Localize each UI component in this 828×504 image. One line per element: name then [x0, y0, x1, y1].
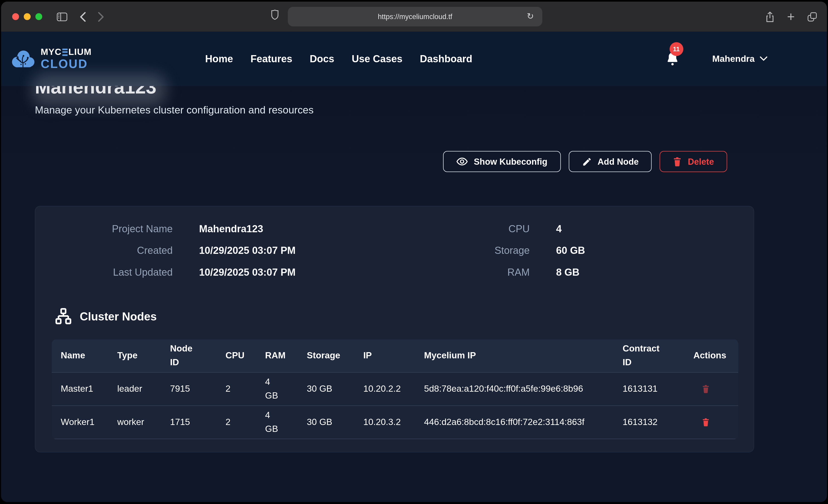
- show-kubeconfig-button[interactable]: Show Kubeconfig: [443, 151, 561, 172]
- cell-ram: 4 GB: [265, 375, 307, 403]
- brand[interactable]: MYCLIUM CLOUD: [10, 48, 92, 70]
- site-navbar: MYCLIUM CLOUD Home Features Docs Use Cas…: [1, 32, 827, 86]
- nav-item-features[interactable]: Features: [250, 53, 292, 65]
- cell-node-id: 1715: [170, 417, 225, 427]
- zoom-window-button[interactable]: [35, 13, 42, 20]
- screen: https://myceliumcloud.tf ↻ +: [0, 0, 828, 504]
- site-content: MYCLIUM CLOUD Home Features Docs Use Cas…: [1, 32, 827, 502]
- table-header-row: Name Type Node ID CPU RAM Storage IP Myc…: [52, 339, 738, 372]
- chrome-right-controls: +: [765, 2, 818, 32]
- cell-type: leader: [117, 384, 170, 394]
- delete-node-icon[interactable]: [693, 384, 710, 394]
- col-contract-id: Contract ID: [623, 342, 693, 370]
- col-ip: IP: [363, 350, 424, 361]
- cell-mycelium-ip: 5d8:78ea:a120:f40c:ff0f:a5fe:99e6:8b96: [424, 382, 623, 396]
- ram-label: RAM: [434, 266, 530, 278]
- nav-item-use-cases[interactable]: Use Cases: [351, 53, 402, 65]
- address-bar-url: https://myceliumcloud.tf: [378, 13, 452, 20]
- cluster-nodes-table: Name Type Node ID CPU RAM Storage IP Myc…: [52, 339, 738, 439]
- col-type: Type: [117, 350, 170, 361]
- notifications-bell-icon[interactable]: 11: [665, 51, 679, 67]
- back-icon[interactable]: [79, 11, 86, 22]
- reload-icon[interactable]: ↻: [524, 10, 537, 22]
- new-tab-icon[interactable]: +: [787, 10, 795, 23]
- last-updated-label: Last Updated: [51, 266, 173, 278]
- nav-item-dashboard[interactable]: Dashboard: [420, 53, 472, 65]
- mycelium-cloud-logo-icon: [10, 48, 35, 69]
- cell-name: Master1: [61, 384, 117, 394]
- eye-icon: [456, 157, 468, 166]
- col-ram: RAM: [265, 350, 307, 361]
- cell-contract-id: 1613131: [623, 384, 693, 394]
- sitemap-icon: [54, 308, 72, 326]
- storage-label: Storage: [434, 245, 530, 257]
- cell-mycelium-ip: 446:d2a6:8bcd:8c16:ff0f:72e2:3114:863f: [424, 416, 623, 429]
- col-cpu: CPU: [225, 350, 265, 361]
- cluster-details-panel: Project Name Mahendra123 CPU 4 Created 1…: [35, 206, 754, 452]
- browser-chrome: https://myceliumcloud.tf ↻ +: [1, 2, 827, 32]
- add-node-label: Add Node: [597, 157, 638, 167]
- cell-ram: 4 GB: [265, 409, 307, 436]
- col-name: Name: [61, 350, 117, 361]
- brand-line-cloud: CLOUD: [41, 58, 92, 70]
- browser-window: https://myceliumcloud.tf ↻ +: [1, 2, 827, 502]
- cell-ip: 10.20.3.2: [363, 417, 424, 427]
- brand-line-mycelium: MYCLIUM: [41, 48, 92, 56]
- table-row: Worker1 worker 1715 2 4 GB 30 GB 10.20.3…: [52, 406, 738, 439]
- created-value: 10/29/2025 03:07 PM: [199, 245, 408, 257]
- privacy-shield-icon[interactable]: [271, 9, 280, 21]
- notification-count-badge: 11: [669, 42, 683, 56]
- page-body: Mahendra123 Manage your Kubernetes clust…: [1, 77, 827, 452]
- cpu-value: 4: [556, 223, 738, 235]
- chevron-down-icon: [759, 56, 768, 62]
- delete-cluster-button[interactable]: Delete: [660, 151, 727, 172]
- project-info-grid: Project Name Mahendra123 CPU 4 Created 1…: [35, 223, 753, 278]
- ram-value: 8 GB: [556, 266, 738, 278]
- pencil-icon: [582, 157, 592, 167]
- share-icon[interactable]: [765, 11, 775, 23]
- cluster-nodes-heading: Cluster Nodes: [54, 308, 753, 326]
- table-row: Master1 leader 7915 2 4 GB 30 GB 10.20.2…: [52, 372, 738, 406]
- cell-type: worker: [117, 417, 170, 427]
- cell-storage: 30 GB: [307, 417, 363, 427]
- delete-label: Delete: [688, 157, 714, 167]
- sidebar-toggle-icon[interactable]: [56, 12, 68, 22]
- show-kubeconfig-label: Show Kubeconfig: [474, 157, 547, 167]
- nav-item-docs[interactable]: Docs: [310, 53, 334, 65]
- address-bar[interactable]: https://myceliumcloud.tf ↻: [288, 7, 542, 27]
- cell-cpu: 2: [225, 417, 265, 427]
- storage-value: 60 GB: [556, 245, 738, 257]
- cell-actions: [693, 418, 738, 427]
- cell-contract-id: 1613132: [623, 417, 693, 427]
- project-name-label: Project Name: [51, 223, 173, 235]
- close-window-button[interactable]: [12, 13, 19, 20]
- tab-overview-icon[interactable]: [807, 11, 818, 22]
- col-actions: Actions: [693, 350, 738, 361]
- traffic-lights: [12, 13, 42, 20]
- delete-node-icon[interactable]: [693, 418, 710, 427]
- minimize-window-button[interactable]: [24, 13, 31, 20]
- last-updated-value: 10/29/2025 03:07 PM: [199, 266, 408, 278]
- nav-right: 11 Mahendra: [665, 51, 768, 67]
- history-nav: [79, 11, 105, 22]
- nav-links: Home Features Docs Use Cases Dashboard: [205, 53, 472, 65]
- cell-ip: 10.20.2.2: [363, 384, 424, 394]
- nav-item-home[interactable]: Home: [205, 53, 233, 65]
- user-name: Mahendra: [712, 53, 755, 64]
- add-node-button[interactable]: Add Node: [569, 151, 652, 172]
- forward-icon[interactable]: [98, 11, 105, 22]
- cluster-nodes-title: Cluster Nodes: [80, 310, 157, 323]
- brand-text: MYCLIUM CLOUD: [41, 48, 92, 70]
- brand-e-bars-icon: [62, 48, 68, 55]
- cluster-actions-row: Show Kubeconfig Add Node: [35, 151, 754, 172]
- cell-storage: 30 GB: [307, 384, 363, 394]
- cell-actions: [693, 384, 738, 394]
- created-label: Created: [51, 245, 173, 257]
- col-storage: Storage: [307, 350, 363, 361]
- cpu-label: CPU: [434, 223, 530, 235]
- cell-node-id: 7915: [170, 384, 225, 394]
- col-mycelium-ip: Mycelium IP: [424, 350, 623, 361]
- trash-icon: [673, 157, 682, 167]
- cell-name: Worker1: [61, 417, 117, 427]
- user-menu[interactable]: Mahendra: [712, 53, 768, 64]
